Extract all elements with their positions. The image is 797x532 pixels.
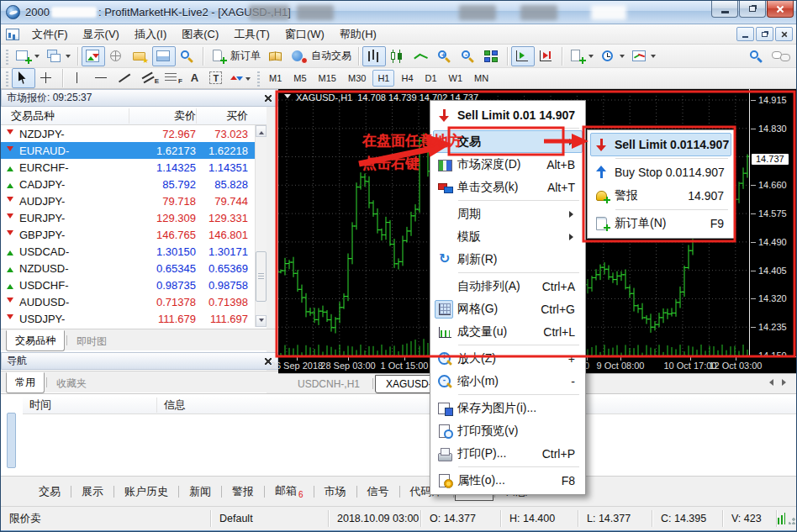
column-bid[interactable]: 卖价 [129,108,196,124]
column-time[interactable]: 时间 [23,398,157,413]
scroll-down-button[interactable] [256,315,267,327]
market-watch-row-EURJPY-[interactable]: EURJPY-129.309129.331 [1,209,267,226]
market-watch-row-USDJPY-[interactable]: USDJPY-111.679111.697 [1,310,267,327]
text-label-button[interactable]: T [205,68,226,88]
menubar-item-6[interactable]: 帮助(H) [332,24,384,45]
market-watch-close-button[interactable] [263,93,272,103]
bottom-tab-0[interactable]: 交易 [29,481,70,503]
chart-shift-button[interactable] [535,46,558,66]
bottom-tab-2[interactable]: 账户历史 [115,481,177,503]
restore-button[interactable] [739,1,766,18]
context-menu-item-refresh[interactable]: 刷新(R) [433,248,583,271]
mdi-close-button[interactable] [775,27,793,41]
timeframe-m30[interactable]: M30 [343,70,371,87]
scroll-up-button[interactable] [256,125,267,137]
indicators-button[interactable] [566,46,597,66]
context-menu-item-one-click-trading[interactable]: 单击交易(k)Alt+T [433,176,583,198]
submenu-item-alert[interactable]: 警报14.907 [590,184,731,208]
context-menu-item-auto-arrange[interactable]: 自动排列(A)Ctrl+A [433,275,583,298]
market-watch-row-AUDJPY-[interactable]: AUDJPY-79.71879.744 [1,192,267,209]
timeframe-w1[interactable]: W1 [444,70,468,87]
context-menu-item-grid[interactable]: 网格(G)Ctrl+G [433,298,583,320]
column-ask[interactable]: 买价 [196,108,267,124]
profiles-button[interactable] [43,46,74,66]
market-watch-header[interactable]: 市场报价: 09:25:37 [1,89,278,107]
bottom-tab-1[interactable]: 展示 [72,481,113,503]
candlestick-button[interactable] [386,46,409,66]
bar-chart-button[interactable] [362,46,386,66]
chart-tab-0[interactable]: USDCNH-,H1 [287,375,371,393]
tabs-scroll-right-icon[interactable] [782,379,789,386]
context-menu-item-volumes[interactable]: 成交量(u)Ctrl+L [433,320,583,343]
terminal-column-headers[interactable]: 时间 信息 [23,396,797,414]
mdi-restore-button[interactable] [756,27,773,41]
context-menu-item-save-as-picture[interactable]: 保存为图片(i)... [433,397,583,419]
data-window-button[interactable] [105,46,129,66]
navigator-button[interactable]: ★ [129,46,152,66]
menubar-item-3[interactable]: 图表(C) [174,24,226,45]
horizontal-line-button[interactable] [90,68,113,88]
arrows-button[interactable] [226,68,254,88]
market-watch-row-CADJPY-[interactable]: CADJPY-85.79285.828 [1,176,267,192]
bottom-tab-3[interactable]: 新闻 [180,481,220,503]
column-symbol[interactable]: 交易品种 [1,108,129,124]
resize-grip[interactable] [789,514,796,524]
navigator-header[interactable]: 导航 [1,352,278,370]
timeframe-d1[interactable]: D1 [420,70,442,87]
bottom-tab-5[interactable]: 邮箱6 [266,480,313,503]
terminal-scrollbar[interactable] [7,413,16,468]
minimize-button[interactable] [711,1,738,18]
context-menu-item-sell-limit[interactable]: Sell Limit 0.0114.907 [433,103,583,126]
market-watch-column-headers[interactable]: 交易品种 卖价 买价 [1,107,267,125]
context-menu-item-print-preview[interactable]: 打印预览(v) [433,419,583,442]
timeframe-m5[interactable]: M5 [288,70,311,87]
context-menu-item-print[interactable]: 打印(P)...Ctrl+P [433,442,583,465]
metaeditor-button[interactable] [264,46,288,66]
timeframe-mn[interactable]: MN [469,70,494,87]
mdi-minimize-button[interactable] [736,27,754,41]
autotrading-button[interactable]: 自动交易 [288,46,355,66]
trendline-button[interactable] [113,68,137,88]
fibonacci-button[interactable]: F [161,68,184,88]
context-menu-item-properties[interactable]: 属性(o)...F8 [433,469,583,492]
market-watch-scrollbar[interactable] [255,125,267,327]
crosshair-button[interactable] [35,68,59,88]
timeframe-m1[interactable]: M1 [264,70,287,87]
market-watch-row-USDCHF-[interactable]: USDCHF-0.987350.98758 [1,277,267,293]
menubar-item-4[interactable]: 工具(T) [226,24,277,45]
bottom-tab-7[interactable]: 信号 [358,481,398,503]
timeframe-m15[interactable]: M15 [314,70,341,87]
market-watch-row-USDCAD-[interactable]: USDCAD-1.301501.30171 [1,243,267,260]
context-menu-item-zoom-out[interactable]: 缩小(m)- [433,370,583,392]
submenu-item-sell-limit[interactable]: Sell Limit 0.0114.907 [590,133,731,156]
close-button[interactable] [767,1,794,18]
navigator-tab-1[interactable]: 收藏夹 [47,373,96,394]
context-menu-item-depth-of-market[interactable]: 市场深度(D)Alt+B [433,153,583,176]
line-chart-button[interactable] [409,46,433,66]
menubar-item-2[interactable]: 插入(I) [127,24,174,45]
zoom-out-button[interactable]: - [457,46,480,66]
market-watch-tab-1[interactable]: 即时图 [67,331,116,352]
menubar-item-0[interactable]: 文件(F) [24,24,76,45]
text-button[interactable]: A [184,68,205,88]
periods-button[interactable] [597,46,628,66]
auto-scroll-button[interactable] [511,46,535,66]
toolbar-grip[interactable] [6,70,8,87]
scrollbar-thumb[interactable] [256,251,267,302]
tabs-scroll-left-icon[interactable] [766,379,773,386]
submenu-item-new-order[interactable]: 新订单(N)F9 [590,212,731,235]
market-watch-row-EURCHF-[interactable]: EURCHF-1.143251.14351 [1,159,267,176]
context-menu-item-templates[interactable]: 模版 [433,225,583,248]
bottom-tab-4[interactable]: 警报 [223,481,263,503]
zoom-in-button[interactable]: + [433,46,457,66]
timeframe-h4[interactable]: H4 [396,70,418,87]
market-watch-row-AUDUSD-[interactable]: AUDUSD-0.713780.71398 [1,293,267,310]
context-menu-item-zoom-in[interactable]: 放大(Z)+ [433,347,583,370]
title-bar[interactable]: 2000 : ProfitMarketHK-Live2 - [XAGUSD-,H… [1,1,797,24]
market-watch-row-GBPJPY-[interactable]: GBPJPY-146.765146.801 [1,226,267,243]
market-watch-row-NZDUSD-[interactable]: NZDUSD-0.653450.65369 [1,260,267,277]
toolbar-grip[interactable] [6,48,8,65]
terminal-button[interactable] [152,46,176,66]
context-menu-item-trade[interactable]: 交易 [433,130,583,153]
search-button[interactable] [744,46,768,66]
